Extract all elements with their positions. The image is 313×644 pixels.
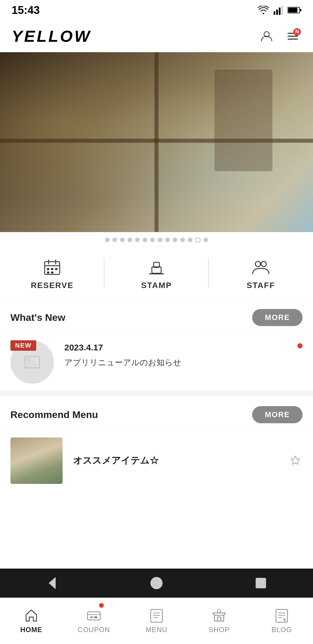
hero-banner (0, 52, 313, 232)
stamp-action[interactable]: STAMP (104, 248, 209, 298)
menu-nav-icon (149, 608, 164, 623)
recommend-product-image (10, 437, 63, 484)
menu-nav-label: MENU (146, 626, 168, 634)
quick-actions: RESERVE STAMP STAFF (0, 248, 313, 299)
home-circle-icon (148, 574, 165, 592)
svg-point-23 (255, 261, 261, 267)
svg-rect-0 (274, 11, 275, 15)
reserve-label: RESERVE (31, 281, 73, 290)
hero-person-silhouette (214, 70, 272, 171)
recents-square-icon (252, 574, 270, 592)
staff-label: STAFF (247, 281, 275, 290)
carousel-dots (0, 232, 313, 248)
dot-1[interactable] (105, 238, 110, 242)
svg-rect-6 (300, 9, 301, 11)
svg-rect-32 (90, 616, 93, 618)
svg-rect-30 (88, 612, 100, 620)
whats-new-title: What's New (10, 312, 65, 323)
blog-nav-icon (274, 608, 289, 623)
whats-new-more-button[interactable]: MORE (252, 309, 303, 326)
bottom-nav: HOME COUPON MENU SHOP (0, 598, 313, 644)
dot-9[interactable] (165, 238, 170, 242)
reserve-action[interactable]: RESERVE (0, 248, 104, 298)
svg-rect-16 (51, 268, 53, 270)
dot-8[interactable] (158, 238, 162, 242)
svg-rect-9 (287, 36, 298, 37)
dot-13-active[interactable] (195, 237, 201, 243)
svg-rect-34 (151, 609, 162, 622)
profile-icon (260, 30, 273, 43)
dot-11[interactable] (180, 238, 185, 242)
back-icon (43, 574, 61, 592)
app-logo: YELLOW (12, 27, 92, 46)
shop-nav-icon (212, 608, 227, 623)
recommend-menu-title: Recommend Menu (10, 409, 98, 420)
blog-nav-label: BLOG (272, 626, 292, 634)
dot-10[interactable] (173, 238, 177, 242)
svg-point-38 (217, 609, 221, 613)
staff-action[interactable]: STAFF (209, 248, 313, 298)
home-nav-label: HOME (20, 626, 42, 634)
svg-point-26 (27, 358, 30, 361)
profile-button[interactable] (258, 28, 275, 45)
dot-12[interactable] (188, 238, 192, 242)
dot-2[interactable] (112, 238, 117, 242)
news-new-badge: NEW (10, 340, 36, 351)
svg-rect-3 (281, 6, 283, 15)
status-icons (258, 6, 301, 15)
header-actions: N (258, 28, 301, 45)
svg-rect-2 (279, 8, 281, 15)
svg-rect-1 (276, 10, 278, 15)
news-content: 2023.4.17 アプリリニューアルのお知らせ (64, 340, 297, 369)
svg-rect-17 (55, 268, 57, 270)
news-text: アプリリニューアルのお知らせ (64, 357, 297, 369)
news-item-0[interactable]: NEW 2023.4.17 アプリリニューアルのお知らせ (0, 333, 313, 391)
signal-icon (274, 6, 283, 15)
news-unread-dot (297, 343, 303, 348)
wifi-icon (258, 6, 269, 15)
recents-button[interactable] (252, 574, 270, 592)
dot-6[interactable] (143, 238, 147, 242)
recommend-item-0[interactable]: オススメアイテム☆ (0, 430, 313, 491)
coupon-nav-label: COUPON (78, 626, 110, 634)
shop-nav-label: SHOP (209, 626, 230, 634)
staff-icon (252, 258, 270, 277)
stamp-icon (147, 258, 166, 277)
nav-spacer (0, 491, 313, 569)
home-nav-icon (24, 608, 39, 623)
nav-coupon[interactable]: COUPON (63, 598, 125, 644)
svg-rect-15 (47, 268, 49, 270)
svg-rect-5 (288, 8, 297, 12)
stamp-label: STAMP (141, 281, 172, 290)
dot-4[interactable] (128, 238, 132, 242)
status-time: 15:43 (12, 4, 40, 17)
battery-icon (287, 6, 301, 14)
nav-shop[interactable]: SHOP (188, 598, 250, 644)
nav-home[interactable]: HOME (0, 598, 63, 644)
star-icon (290, 455, 301, 466)
svg-rect-10 (287, 39, 298, 40)
coupon-nav-icon (86, 608, 101, 623)
nav-blog[interactable]: BLOG (250, 598, 313, 644)
dot-7[interactable] (150, 238, 155, 242)
favorite-star-button[interactable] (288, 453, 303, 468)
home-button[interactable] (148, 574, 165, 592)
menu-button[interactable]: N (284, 28, 301, 45)
section-divider (0, 391, 313, 396)
back-button[interactable] (43, 574, 61, 592)
coupon-notification-dot (99, 603, 104, 608)
svg-point-24 (261, 261, 266, 267)
svg-rect-33 (94, 616, 97, 618)
image-placeholder-icon (23, 353, 41, 371)
svg-marker-27 (49, 577, 56, 589)
calendar-icon (43, 258, 61, 277)
dot-14[interactable] (203, 238, 208, 242)
dot-3[interactable] (120, 238, 125, 242)
svg-rect-18 (47, 272, 49, 274)
dot-5[interactable] (135, 238, 140, 242)
nav-menu[interactable]: MENU (125, 598, 188, 644)
recommend-menu-header: Recommend Menu MORE (0, 396, 313, 430)
header: YELLOW N (0, 20, 313, 52)
recommend-more-button[interactable]: MORE (252, 406, 303, 423)
notification-badge: N (293, 28, 301, 36)
